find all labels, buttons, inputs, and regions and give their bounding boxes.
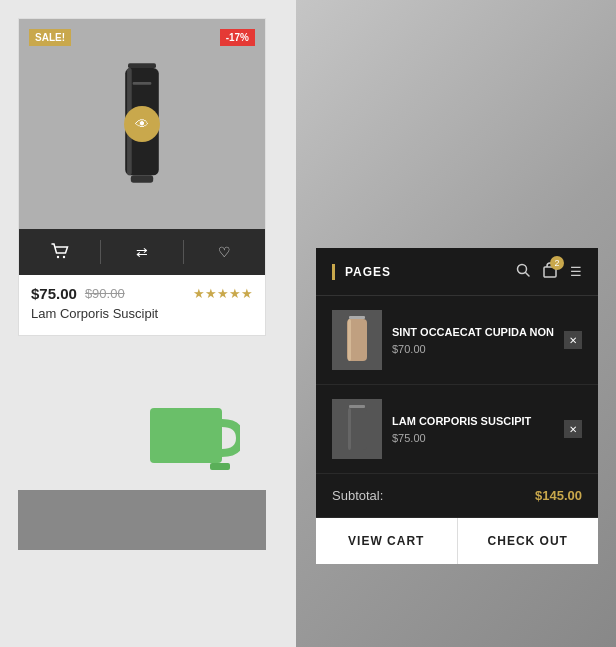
cart-item-image-2	[332, 399, 382, 459]
cart-icon	[51, 243, 69, 262]
price-old: $90.00	[85, 286, 125, 301]
quick-view-button[interactable]: 👁	[124, 106, 160, 142]
cart-item-count: 2	[550, 256, 564, 270]
subtotal-value: $145.00	[535, 488, 582, 503]
svg-point-5	[56, 255, 58, 257]
sale-badge: SALE!	[29, 29, 71, 46]
svg-rect-12	[349, 316, 365, 319]
subtotal-label: Subtotal:	[332, 488, 383, 503]
eye-icon: 👁	[135, 116, 149, 132]
cart-item: SINT OCCAECAT CUPIDA NON $70.00 ✕	[316, 296, 598, 385]
svg-rect-14	[348, 319, 351, 361]
header-icons: 2 ☰	[516, 262, 582, 281]
cart-panel: PAGES	[316, 248, 598, 564]
add-to-cart-button[interactable]	[19, 229, 100, 275]
svg-rect-7	[150, 408, 222, 463]
product-name: Lam Corporis Suscipit	[31, 306, 253, 321]
mug-decoration	[150, 408, 240, 477]
cart-item-price-1: $70.00	[392, 343, 554, 355]
cart-item-details-2: LAM CORPORIS SUSCIPIT $75.00	[392, 414, 554, 443]
compare-icon: ⇄	[136, 244, 148, 260]
cart-item: LAM CORPORIS SUSCIPIT $75.00 ✕	[316, 385, 598, 474]
cart-item-image-1	[332, 310, 382, 370]
svg-rect-15	[349, 405, 365, 408]
product-card: SALE! -17% 👁 ⇄	[18, 18, 266, 336]
heart-icon: ♡	[218, 244, 231, 260]
product-actions: ⇄ ♡	[19, 229, 265, 275]
cart-icon-wrapper: 2	[542, 262, 558, 281]
cart-action-buttons: VIEW CART CHECK OUT	[316, 518, 598, 564]
cart-item-details-1: SINT OCCAECAT CUPIDA NON $70.00	[392, 325, 554, 354]
star-rating: ★★★★★	[193, 286, 253, 301]
cart-item-price-2: $75.00	[392, 432, 554, 444]
checkout-button[interactable]: CHECK OUT	[458, 518, 599, 564]
cart-item-name-1: SINT OCCAECAT CUPIDA NON	[392, 325, 554, 339]
cart-header: PAGES	[316, 248, 598, 296]
compare-button[interactable]: ⇄	[101, 229, 182, 275]
product-image-area: SALE! -17% 👁	[19, 19, 265, 229]
wishlist-button[interactable]: ♡	[184, 229, 265, 275]
svg-rect-3	[133, 82, 152, 85]
search-icon	[516, 263, 530, 280]
header-accent-bar	[332, 264, 335, 280]
svg-rect-0	[128, 63, 156, 68]
remove-item-2-button[interactable]: ✕	[564, 420, 582, 438]
menu-button[interactable]: ☰	[570, 264, 582, 279]
discount-badge: -17%	[220, 29, 255, 46]
svg-line-10	[526, 273, 530, 277]
view-cart-button[interactable]: VIEW CART	[316, 518, 458, 564]
price-row: $75.00 $90.00 ★★★★★	[31, 285, 253, 302]
svg-rect-17	[348, 408, 351, 450]
svg-point-6	[62, 255, 64, 257]
cart-subtotal: Subtotal: $145.00	[316, 474, 598, 518]
price-current: $75.00	[31, 285, 77, 302]
remove-item-1-button[interactable]: ✕	[564, 331, 582, 349]
product-info: $75.00 $90.00 ★★★★★ Lam Corporis Suscipi…	[19, 275, 265, 335]
svg-rect-4	[131, 175, 153, 182]
hamburger-icon: ☰	[570, 264, 582, 279]
cart-item-name-2: LAM CORPORIS SUSCIPIT	[392, 414, 554, 428]
search-button[interactable]	[516, 263, 530, 280]
svg-rect-8	[210, 463, 230, 470]
gray-bar	[18, 490, 266, 550]
cart-header-title: PAGES	[345, 265, 391, 279]
